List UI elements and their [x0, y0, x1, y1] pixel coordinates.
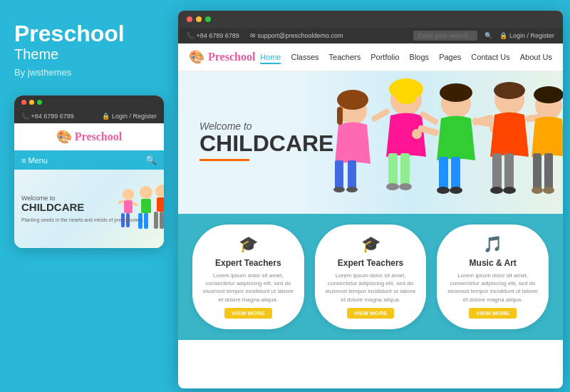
svg-rect-10: [154, 212, 158, 229]
service-desc-1: Lorem ipsum dolor sit amet, consectetur …: [323, 272, 418, 304]
mobile-dot-red: [21, 100, 26, 105]
svg-point-52: [534, 86, 563, 103]
site-nav-links: Home Classes Teachers Portfolio Blogs Pa…: [260, 53, 552, 61]
svg-point-54: [543, 187, 554, 194]
svg-point-20: [333, 187, 345, 192]
nav-item-teachers[interactable]: Teachers: [329, 53, 361, 61]
service-icon-2: 🎵: [445, 235, 540, 254]
nav-item-home[interactable]: Home: [260, 53, 281, 61]
mobile-dot-yellow: [29, 100, 34, 105]
site-right-info: 🔍 🔒 Login / Register: [413, 31, 554, 41]
service-card-1: 🎓 Expert Teachers Lorem ipsum dolor sit …: [315, 225, 427, 329]
nav-link-teachers[interactable]: Teachers: [329, 53, 361, 61]
mobile-header-bar: 📞 +84 6789 6789 🔒 Login / Register: [14, 109, 164, 123]
svg-rect-11: [160, 212, 164, 229]
service-icon-1: 🎓: [323, 235, 418, 254]
service-icon-0: 🎓: [201, 235, 296, 254]
service-card-0: 🎓 Expert Teachers Lorem ipsum dolor sit …: [192, 225, 304, 329]
hero-underline: [200, 159, 249, 161]
site-hero: Welcome to CHILDCARE: [178, 71, 563, 214]
nav-item-classes[interactable]: Classes: [291, 53, 318, 61]
svg-rect-33: [451, 157, 460, 189]
site-email: ✉ support@preschooldemo.com: [250, 32, 343, 39]
site-logo[interactable]: 🎨 Preschool: [189, 49, 255, 65]
mobile-childcare: CHILDCARE: [21, 202, 144, 214]
svg-rect-7: [144, 213, 148, 229]
mobile-hero-text: Welcome to CHILDCARE Planting seeds in t…: [21, 195, 144, 223]
svg-point-29: [386, 183, 399, 190]
svg-rect-43: [504, 153, 514, 189]
service-title-1: Expert Teachers: [323, 258, 418, 268]
mobile-top-bar: [14, 96, 164, 109]
hero-text-block: Welcome to CHILDCARE: [178, 106, 355, 180]
svg-point-53: [532, 187, 543, 194]
nav-item-blogs[interactable]: Blogs: [410, 53, 430, 61]
nav-link-about[interactable]: About Us: [520, 53, 552, 61]
mobile-logo-area: 🎨 Preschool: [14, 123, 164, 150]
svg-rect-9: [157, 197, 164, 212]
mobile-search-icon[interactable]: 🔍: [145, 155, 157, 165]
mobile-hero-desc: Planting seeds in the hearts and minds o…: [21, 217, 144, 223]
svg-rect-23: [388, 153, 398, 185]
svg-point-8: [155, 185, 164, 197]
mobile-logo-icon: 🎨: [56, 129, 72, 145]
mobile-logo-label: Preschool: [75, 130, 122, 143]
nav-item-contact[interactable]: Contact Us: [471, 53, 509, 61]
service-card-2: 🎵 Music & Art Lorem ipsum dolor sit amet…: [437, 225, 549, 329]
nav-link-pages[interactable]: Pages: [439, 53, 461, 61]
site-nav: 🎨 Preschool Home Classes Teachers Portfo…: [178, 43, 563, 71]
service-title-2: Music & Art: [445, 258, 540, 268]
view-more-btn-1[interactable]: VIEW MORE: [347, 308, 395, 319]
hero-childcare: CHILDCARE: [200, 132, 333, 155]
browser-dot-yellow: [196, 16, 202, 22]
nav-item-pages[interactable]: Pages: [439, 53, 461, 61]
nav-item-portfolio[interactable]: Portfolio: [370, 53, 399, 61]
mobile-menu-label[interactable]: ≡ Menu: [21, 156, 48, 165]
svg-point-21: [346, 187, 358, 192]
service-title-0: Expert Teachers: [201, 258, 296, 268]
left-panel: Preschool Theme By jwsthemes 📞 +84 6789 …: [0, 0, 175, 392]
browser-dot-green: [205, 16, 211, 22]
svg-point-30: [399, 183, 412, 190]
nav-link-blogs[interactable]: Blogs: [410, 53, 430, 61]
svg-point-40: [450, 187, 462, 194]
service-desc-0: Lorem ipsum dolor sit amet, consectetur …: [201, 272, 296, 304]
svg-point-47: [490, 187, 503, 194]
nav-link-home[interactable]: Home: [260, 53, 281, 64]
svg-point-36: [412, 129, 422, 139]
nav-item-about[interactable]: About Us: [520, 53, 552, 61]
svg-point-48: [503, 187, 516, 194]
mobile-login: 🔒 Login / Register: [102, 113, 157, 120]
mobile-nav-bar[interactable]: ≡ Menu 🔍: [14, 150, 164, 170]
search-icon[interactable]: 🔍: [484, 32, 492, 39]
mobile-hero: Welcome to CHILDCARE Planting seeds in t…: [14, 170, 164, 248]
nav-link-portfolio[interactable]: Portfolio: [370, 53, 399, 61]
svg-point-38: [440, 83, 472, 102]
nav-link-contact[interactable]: Contact Us: [471, 53, 509, 61]
site-login[interactable]: 🔒 Login / Register: [499, 32, 554, 39]
site-phone: 📞 +84 6789 6789: [187, 32, 239, 39]
view-more-btn-2[interactable]: VIEW MORE: [469, 308, 517, 319]
theme-subtitle: Theme: [14, 46, 160, 63]
view-more-btn-0[interactable]: VIEW MORE: [224, 308, 272, 319]
mobile-dot-green: [37, 100, 42, 105]
mobile-phone: 📞 +84 6789 6789: [21, 113, 74, 120]
nav-link-classes[interactable]: Classes: [291, 53, 318, 61]
svg-point-39: [437, 187, 450, 194]
svg-rect-32: [439, 157, 448, 189]
by-author: By jwsthemes: [14, 67, 160, 78]
site-search-input[interactable]: [413, 31, 477, 41]
svg-rect-51: [544, 153, 553, 189]
logo-icon: 🎨: [189, 49, 204, 65]
mobile-mockup: 📞 +84 6789 6789 🔒 Login / Register 🎨 Pre…: [14, 96, 164, 248]
logo-text: Preschool: [208, 51, 255, 63]
services-section: 🎓 Expert Teachers Lorem ipsum dolor sit …: [178, 214, 563, 340]
browser-dot-red: [187, 16, 192, 22]
desktop-mockup: 📞 +84 6789 6789 ✉ support@preschooldemo.…: [178, 11, 563, 388]
site-info-bar: 📞 +84 6789 6789 ✉ support@preschooldemo.…: [178, 28, 563, 43]
svg-rect-24: [400, 153, 410, 185]
svg-rect-50: [533, 153, 542, 189]
theme-title: Preschool: [14, 21, 160, 46]
svg-point-28: [396, 93, 416, 104]
browser-top-bar: [178, 11, 563, 28]
